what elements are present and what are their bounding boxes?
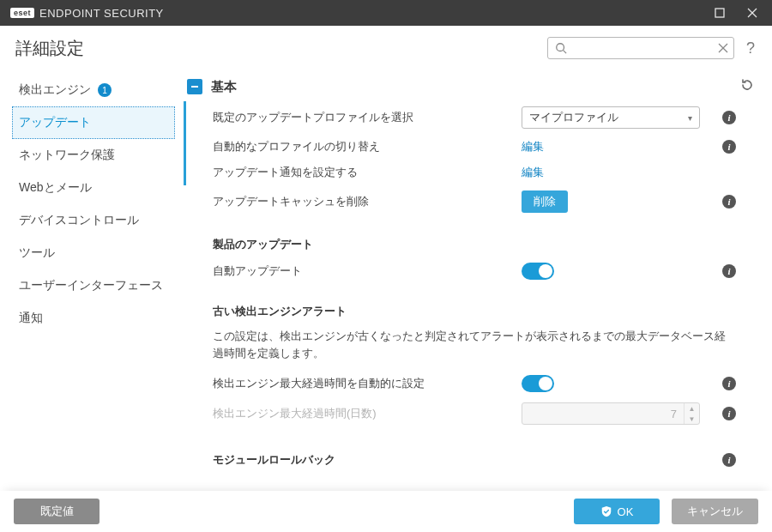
- info-icon[interactable]: i: [722, 453, 736, 467]
- spinner: ▲ ▼: [684, 403, 699, 424]
- sidebar-item-network-protection[interactable]: ネットワーク保護: [12, 139, 175, 172]
- row-max-days: 検出エンジン最大経過時間(日数) 7 ▲ ▼ i: [184, 397, 755, 430]
- defaults-label: 既定値: [40, 504, 74, 519]
- footer: 既定値 OK キャンセル: [0, 491, 772, 532]
- sidebar-item-web-mail[interactable]: Webとメール: [12, 172, 175, 204]
- sidebar-item-notifications[interactable]: 通知: [12, 302, 175, 335]
- label: 検出エンジン最大経過時間(日数): [213, 406, 513, 421]
- svg-line-4: [564, 51, 567, 54]
- header: 詳細設定 ?: [0, 26, 772, 67]
- info-icon[interactable]: i: [722, 195, 736, 209]
- section-title: 基本: [211, 79, 731, 95]
- sidebar-item-label: ネットワーク保護: [19, 148, 115, 163]
- row-default-profile: 既定のアップデートプロファイルを選択 マイプロファイル ▾ i: [184, 101, 755, 134]
- info-icon[interactable]: i: [722, 407, 736, 420]
- revert-icon[interactable]: [739, 77, 755, 96]
- spinner-up-icon: ▲: [685, 403, 699, 414]
- spinner-down-icon: ▼: [685, 414, 699, 424]
- row-notify: アップデート通知を設定する 編集: [184, 160, 755, 185]
- sidebar-item-label: 通知: [19, 311, 43, 326]
- old-engine-desc: この設定は、検出エンジンが古くなったと判定されてアラートが表示されるまでの最大デ…: [184, 324, 755, 370]
- search-icon: [555, 42, 567, 54]
- sidebar-item-label: Webとメール: [19, 180, 92, 196]
- ok-button[interactable]: OK: [574, 499, 660, 524]
- brand: eset ENDPOINT SECURITY: [10, 7, 164, 20]
- brand-pill: eset: [10, 8, 34, 18]
- label: 自動的なプロファイルの切り替え: [213, 139, 513, 154]
- row-clear-cache: アップデートキャッシュを削除 削除 i: [184, 185, 755, 218]
- info-icon[interactable]: i: [722, 377, 736, 390]
- row-auto-max: 検出エンジン最大経過時間を自動的に設定 i: [184, 370, 755, 397]
- label: 既定のアップデートプロファイルを選択: [213, 110, 513, 125]
- page-title: 詳細設定: [15, 37, 84, 60]
- search-field[interactable]: [567, 42, 718, 55]
- sidebar-item-label: ツール: [19, 245, 55, 261]
- shield-icon: [600, 505, 612, 517]
- row-rollback: モジュールロールバック i: [184, 430, 755, 473]
- label: アップデート通知を設定する: [213, 165, 513, 180]
- subheading-old-engine: 古い検出エンジンアラート: [184, 285, 755, 324]
- svg-rect-7: [191, 86, 198, 88]
- max-days-input: 7 ▲ ▼: [522, 402, 700, 425]
- ok-label: OK: [618, 505, 634, 518]
- select-value: マイプロファイル: [529, 110, 618, 125]
- clear-search-icon[interactable]: [718, 43, 728, 53]
- titlebar: eset ENDPOINT SECURITY: [0, 0, 772, 26]
- sidebar-badge: 1: [98, 83, 112, 97]
- row-auto-switch: 自動的なプロファイルの切り替え 編集 i: [184, 134, 755, 160]
- sidebar-item-label: ユーザーインターフェース: [19, 278, 163, 293]
- edit-link[interactable]: 編集: [522, 140, 544, 153]
- info-icon[interactable]: i: [722, 111, 736, 124]
- cancel-label: キャンセル: [687, 504, 743, 519]
- svg-rect-0: [715, 9, 724, 17]
- sidebar-item-device-control[interactable]: デバイスコントロール: [12, 204, 175, 237]
- subheading-product-update: 製品のアップデート: [184, 218, 755, 257]
- cancel-button[interactable]: キャンセル: [672, 499, 758, 524]
- brand-text: ENDPOINT SECURITY: [39, 7, 164, 20]
- content-scroll[interactable]: 基本 既定のアップデートプロファイルを選択 マイプロファイル ▾ i: [184, 72, 760, 486]
- info-icon[interactable]: i: [722, 140, 736, 154]
- auto-update-toggle[interactable]: [522, 263, 554, 280]
- default-profile-select[interactable]: マイプロファイル ▾: [522, 106, 700, 129]
- content: 基本 既定のアップデートプロファイルを選択 マイプロファイル ▾ i: [184, 67, 772, 491]
- collapse-icon[interactable]: [187, 79, 202, 94]
- max-days-value: 7: [522, 408, 684, 420]
- svg-point-3: [557, 44, 564, 51]
- chevron-down-icon: ▾: [688, 113, 692, 123]
- maximize-icon[interactable]: [705, 3, 734, 23]
- subheading-rollback: モジュールロールバック: [213, 452, 513, 468]
- window-controls: [705, 3, 767, 23]
- section-basic-header: 基本: [184, 72, 755, 101]
- auto-max-toggle[interactable]: [522, 375, 554, 392]
- edit-link[interactable]: 編集: [522, 166, 544, 178]
- sidebar-item-label: 検出エンジン: [19, 82, 91, 98]
- defaults-button[interactable]: 既定値: [14, 499, 100, 524]
- sidebar-item-label: デバイスコントロール: [19, 213, 139, 228]
- label: 自動アップデート: [213, 263, 513, 279]
- close-icon[interactable]: [738, 3, 767, 23]
- help-icon[interactable]: ?: [743, 39, 758, 57]
- label: 検出エンジン最大経過時間を自動的に設定: [213, 376, 513, 391]
- sidebar: 検出エンジン 1 アップデート ネットワーク保護 Webとメール デバイスコント…: [0, 67, 184, 491]
- row-auto-update: 自動アップデート i: [184, 257, 755, 285]
- clear-cache-button[interactable]: 削除: [522, 190, 568, 213]
- sidebar-item-update[interactable]: アップデート: [12, 106, 175, 139]
- info-icon[interactable]: i: [722, 264, 736, 278]
- sidebar-item-detection-engine[interactable]: 検出エンジン 1: [12, 74, 175, 106]
- sidebar-item-tools[interactable]: ツール: [12, 237, 175, 269]
- label: アップデートキャッシュを削除: [213, 194, 513, 209]
- sidebar-item-ui[interactable]: ユーザーインターフェース: [12, 269, 175, 302]
- sidebar-item-label: アップデート: [19, 115, 91, 130]
- search-input[interactable]: [547, 37, 734, 59]
